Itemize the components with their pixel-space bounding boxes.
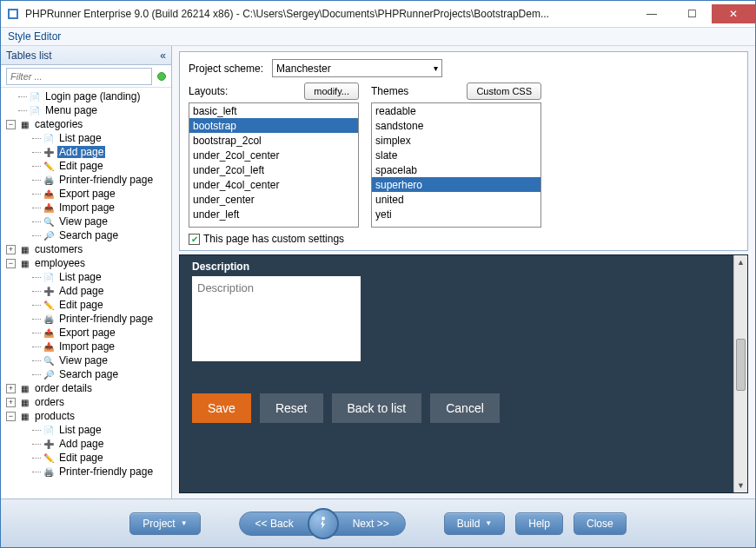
expand-icon[interactable]: + bbox=[6, 245, 16, 254]
maximize-button[interactable]: ☐ bbox=[672, 4, 712, 23]
tree-item-menu[interactable]: 📄Menu page bbox=[1, 103, 171, 117]
tree-item-import-page[interactable]: 📥Import page bbox=[1, 201, 171, 215]
tree-item-orders[interactable]: +▦orders bbox=[1, 395, 171, 409]
close-button[interactable]: ✕ bbox=[712, 4, 755, 23]
list-item[interactable]: sandstone bbox=[372, 118, 540, 133]
tree-item-import-page[interactable]: 📥Import page bbox=[1, 340, 171, 353]
edit-icon: ✏️ bbox=[43, 299, 55, 311]
add-icon: ➕ bbox=[43, 146, 55, 158]
tree-item-categories[interactable]: −▦categories bbox=[1, 117, 171, 131]
tree-item-export-page[interactable]: 📤Export page bbox=[1, 326, 171, 340]
back-button[interactable]: << Back bbox=[240, 512, 309, 535]
list-item[interactable]: basic_left bbox=[189, 103, 358, 118]
help-button[interactable]: Help bbox=[515, 512, 563, 535]
tree-item-printer-page[interactable]: 🖨️Printer-friendly page bbox=[1, 312, 171, 326]
style-editor-tab[interactable]: Style Editor bbox=[1, 27, 755, 46]
page-icon: 📄 bbox=[29, 90, 41, 102]
expand-icon[interactable]: + bbox=[6, 384, 16, 393]
list-item[interactable]: superhero bbox=[372, 177, 540, 192]
project-scheme-select[interactable]: Manchester ▾ bbox=[272, 59, 442, 77]
tree[interactable]: 📄Login page (landing) 📄Menu page −▦categ… bbox=[1, 88, 171, 498]
list-item[interactable]: bootstrap bbox=[189, 118, 358, 133]
tree-item-employees[interactable]: −▦employees bbox=[1, 256, 171, 270]
build-button[interactable]: Build▼ bbox=[444, 512, 506, 535]
list-item[interactable]: yeti bbox=[372, 207, 540, 221]
view-icon: 🔍 bbox=[43, 354, 55, 366]
tree-item-search-page[interactable]: 🔎Search page bbox=[1, 367, 171, 381]
list-item[interactable]: under_2col_center bbox=[189, 148, 358, 162]
collapse-icon[interactable]: − bbox=[6, 259, 16, 268]
tree-item-products[interactable]: −▦products bbox=[1, 409, 171, 423]
list-item[interactable]: under_left bbox=[189, 207, 358, 221]
tree-item-login[interactable]: 📄Login page (landing) bbox=[1, 89, 171, 103]
list-item[interactable]: slate bbox=[372, 148, 540, 162]
next-button[interactable]: Next >> bbox=[337, 512, 405, 535]
list-item[interactable]: spacelab bbox=[372, 162, 540, 177]
tree-item-add-page[interactable]: ➕Add page bbox=[1, 145, 171, 159]
tree-item-view-page[interactable]: 🔍View page bbox=[1, 353, 171, 367]
list-icon: 📄 bbox=[43, 271, 55, 283]
scroll-thumb[interactable] bbox=[736, 339, 746, 391]
tree-item-view-page[interactable]: 🔍View page bbox=[1, 215, 171, 228]
tree-item-add-page[interactable]: ➕Add page bbox=[1, 284, 171, 298]
tree-item-export-page[interactable]: 📤Export page bbox=[1, 187, 171, 201]
collapse-icon[interactable]: − bbox=[6, 412, 16, 421]
tree-item-search-page[interactable]: 🔎Search page bbox=[1, 228, 171, 242]
list-item[interactable]: under_4col_center bbox=[189, 177, 358, 192]
scroll-down-icon[interactable]: ▼ bbox=[734, 479, 747, 492]
tree-item-list-page[interactable]: 📄List page bbox=[1, 131, 171, 145]
filter-input[interactable] bbox=[6, 68, 152, 85]
list-item[interactable]: readable bbox=[372, 103, 540, 118]
list-item[interactable]: bootstrap_2col bbox=[189, 133, 358, 148]
settings-panel: Project scheme: Manchester ▾ Layouts: mo… bbox=[179, 51, 748, 251]
tree-item-order-details[interactable]: +▦order details bbox=[1, 381, 171, 395]
custom-css-button[interactable]: Custom CSS bbox=[467, 83, 541, 100]
collapse-icon[interactable]: − bbox=[6, 120, 16, 129]
project-button[interactable]: Project▼ bbox=[129, 512, 200, 535]
list-item[interactable]: under_center bbox=[189, 192, 358, 207]
table-icon: ▦ bbox=[18, 410, 30, 422]
back-to-list-button[interactable]: Back to list bbox=[332, 393, 422, 423]
preview-scrollbar[interactable]: ▲ ▼ bbox=[733, 255, 747, 492]
tree-item-printer-page[interactable]: 🖨️Printer-friendly page bbox=[1, 465, 171, 479]
tree-item-customers[interactable]: +▦customers bbox=[1, 242, 171, 256]
list-icon: 📄 bbox=[43, 424, 55, 436]
search-icon: 🔎 bbox=[43, 229, 55, 241]
modify-button[interactable]: modify... bbox=[304, 83, 359, 100]
style-editor-label: Style Editor bbox=[8, 30, 61, 43]
close-app-button[interactable]: Close bbox=[574, 512, 627, 535]
tree-item-list-page[interactable]: 📄List page bbox=[1, 423, 171, 437]
list-item[interactable]: simplex bbox=[372, 133, 540, 148]
tree-item-list-page[interactable]: 📄List page bbox=[1, 270, 171, 284]
expand-icon[interactable]: + bbox=[6, 398, 16, 407]
minimize-button[interactable]: — bbox=[632, 4, 672, 23]
svg-point-2 bbox=[322, 517, 325, 520]
save-button[interactable]: Save bbox=[192, 393, 251, 423]
scroll-up-icon[interactable]: ▲ bbox=[734, 255, 747, 269]
view-icon: 🔍 bbox=[43, 215, 55, 228]
tree-item-printer-page[interactable]: 🖨️Printer-friendly page bbox=[1, 173, 171, 187]
list-item[interactable]: united bbox=[372, 192, 540, 207]
sidebar-header[interactable]: Tables list « bbox=[1, 46, 171, 65]
preview-panel: Description Save Reset Back to list Canc… bbox=[179, 254, 748, 493]
themes-listbox[interactable]: readablesandstonesimplexslatespacelabsup… bbox=[371, 102, 541, 228]
tree-item-edit-page[interactable]: ✏️Edit page bbox=[1, 298, 171, 312]
list-item[interactable]: under_2col_left bbox=[189, 162, 358, 177]
description-textarea[interactable] bbox=[192, 276, 361, 361]
themes-label: Themes bbox=[371, 85, 408, 97]
tree-item-edit-page[interactable]: ✏️Edit page bbox=[1, 451, 171, 465]
list-icon: 📄 bbox=[43, 132, 55, 144]
export-icon: 📤 bbox=[43, 327, 55, 339]
custom-settings-checkbox[interactable]: ✔ bbox=[189, 234, 200, 245]
add-icon: ➕ bbox=[43, 438, 55, 450]
runner-icon[interactable] bbox=[308, 508, 339, 539]
cancel-button[interactable]: Cancel bbox=[430, 393, 500, 423]
tree-item-add-page[interactable]: ➕Add page bbox=[1, 437, 171, 451]
search-icon: 🔎 bbox=[43, 368, 55, 380]
layouts-listbox[interactable]: basic_leftbootstrapbootstrap_2colunder_2… bbox=[189, 102, 359, 228]
sidebar-header-label: Tables list bbox=[6, 50, 52, 62]
tree-item-edit-page[interactable]: ✏️Edit page bbox=[1, 159, 171, 173]
reset-button[interactable]: Reset bbox=[260, 393, 323, 423]
collapse-icon[interactable]: « bbox=[160, 50, 166, 62]
add-icon: ➕ bbox=[43, 285, 55, 297]
